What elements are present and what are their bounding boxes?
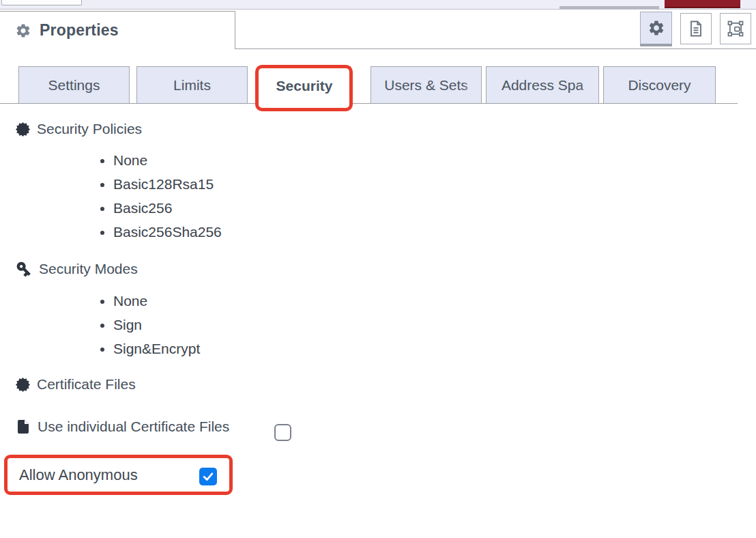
- checkbox-label: Allow Anonymous: [19, 466, 138, 484]
- document-icon: [686, 19, 706, 38]
- toolbar-frame-select-button[interactable]: [720, 13, 751, 44]
- properties-header-tab[interactable]: Properties: [0, 11, 235, 49]
- tab-label: Security: [276, 78, 333, 94]
- security-policies-header: Security Policies: [15, 121, 142, 137]
- seal-icon: [15, 122, 31, 137]
- list-item: None: [113, 148, 222, 172]
- file-icon: [15, 418, 31, 436]
- toolbar-document-button[interactable]: [680, 13, 712, 44]
- list-item: Sign: [113, 313, 200, 337]
- top-chrome-strip: [0, 0, 756, 10]
- section-title: Certificate Files: [37, 376, 136, 393]
- list-item: Basic256: [113, 196, 222, 220]
- list-item: Basic128Rsa15: [113, 172, 222, 196]
- tab-limits[interactable]: Limits: [136, 66, 248, 104]
- certificate-files-header: Certificate Files: [15, 376, 136, 393]
- tab-label: Limits: [173, 77, 211, 94]
- use-individual-certificate-files-row: Use individual Certificate Files: [15, 418, 229, 436]
- properties-panel: Properties: [0, 0, 756, 538]
- list-item: Basic256Sha256: [113, 220, 222, 244]
- security-modes-list: None Sign Sign&Encrypt: [100, 289, 200, 360]
- cutoff-field[interactable]: [1, 0, 82, 5]
- checkbox-label: Use individual Certificate Files: [38, 419, 229, 435]
- cutoff-red-button[interactable]: [665, 0, 740, 8]
- security-policies-list: None Basic128Rsa15 Basic256 Basic256Sha2…: [100, 148, 222, 244]
- tab-security[interactable]: Security: [258, 66, 351, 104]
- section-title: Security Policies: [37, 121, 142, 137]
- tab-row-divider: [0, 103, 258, 104]
- gear-icon: [15, 23, 31, 39]
- list-item: None: [113, 289, 200, 313]
- page-title: Properties: [40, 21, 119, 40]
- use-individual-certificate-files-checkbox[interactable]: [274, 424, 291, 441]
- gear-icon: [648, 19, 665, 37]
- tab-settings[interactable]: Settings: [18, 66, 130, 104]
- section-title: Security Modes: [39, 261, 138, 277]
- tab-label: Discovery: [628, 77, 690, 94]
- tab-label: Users & Sets: [384, 77, 468, 94]
- tab-label: Settings: [48, 77, 100, 94]
- header-divider: [235, 48, 756, 49]
- key-icon: [15, 260, 33, 278]
- tab-users-settings[interactable]: Users & Sets: [370, 66, 482, 104]
- tab-address-space[interactable]: Address Spa: [486, 66, 599, 104]
- tab-discovery[interactable]: Discovery: [603, 66, 716, 104]
- checkmark-icon: [201, 470, 215, 483]
- allow-anonymous-checkbox[interactable]: [199, 468, 217, 485]
- tab-row-divider: [351, 103, 738, 104]
- toolbar-gear-button[interactable]: [640, 12, 672, 46]
- list-item: Sign&Encrypt: [113, 337, 200, 360]
- security-modes-header: Security Modes: [15, 260, 138, 278]
- frame-select-icon: [726, 19, 745, 38]
- seal-icon: [15, 377, 31, 393]
- tab-label: Address Spa: [501, 77, 583, 94]
- top-divider: [0, 9, 756, 10]
